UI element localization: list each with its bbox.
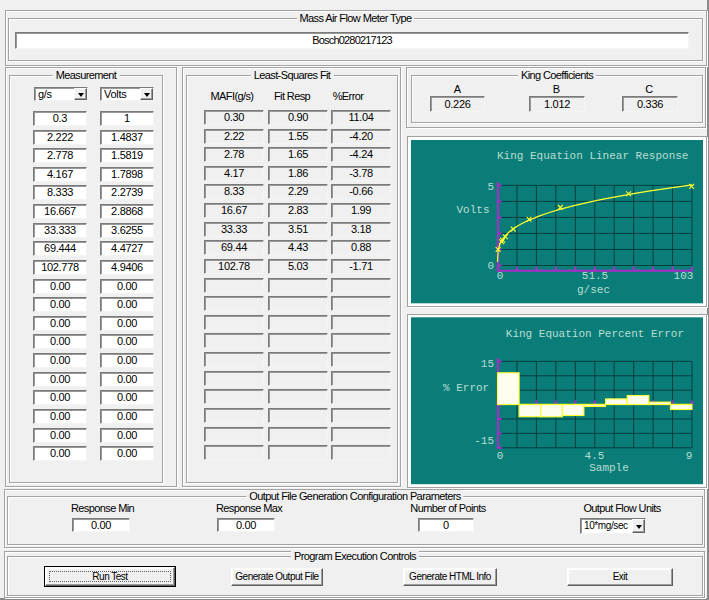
svg-text:0: 0	[497, 450, 504, 462]
svg-text:0: 0	[487, 260, 494, 272]
svg-text:-15: -15	[474, 435, 494, 447]
svg-text:9: 9	[686, 450, 693, 462]
svg-text:Volts: Volts	[457, 204, 490, 216]
svg-text:15: 15	[481, 358, 494, 370]
svg-text:0: 0	[497, 270, 504, 282]
svg-text:g/sec: g/sec	[577, 284, 610, 296]
svg-text:103: 103	[674, 270, 694, 282]
svg-text:King Equation Percent Error: King Equation Percent Error	[506, 328, 684, 340]
svg-text:5: 5	[487, 181, 494, 193]
svg-text:Sample: Sample	[589, 462, 629, 474]
svg-text:% Error: % Error	[443, 382, 489, 394]
svg-text:King Equation Linear Response: King Equation Linear Response	[497, 150, 688, 162]
svg-text:51.5: 51.5	[582, 270, 608, 282]
svg-text:4.5: 4.5	[585, 450, 605, 462]
